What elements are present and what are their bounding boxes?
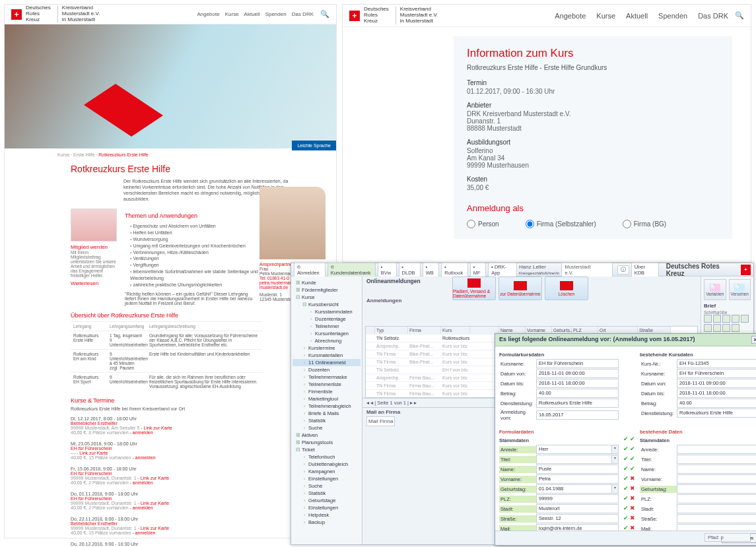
site-header: + Deutsches Rotes Kreuz Kreisverband Mus… [5,5,336,24]
tree-node[interactable]: ▫ Kurstermine [292,344,361,352]
tree-node[interactable]: ▫ Firmenliste [292,388,361,395]
course-info-page: + Deutsches Rotes Kreuz Kreisverband Mus… [342,4,751,263]
nav-item[interactable]: Kurse [596,12,615,20]
existing-course-heading: bestehende Kursdaten [640,352,756,358]
nav-item[interactable]: Das DRK [292,11,314,17]
tree-node[interactable]: ▫ Teilnehmerliste [292,381,361,388]
hero-image [5,24,336,148]
help-icon[interactable]: ⓘ [617,265,629,274]
member-text: Mit Ihrem Mitgliedsbeitrag unterstützen … [71,250,117,278]
tree-node[interactable]: ▫ Kampagnen [292,468,361,475]
nav-item[interactable]: Spenden [265,11,287,17]
registration-option[interactable]: Person [467,220,499,228]
toolbar-button[interactable]: ▪ WB [423,263,440,277]
nav-item[interactable]: Angebote [555,12,586,20]
nav-item[interactable]: Spenden [658,12,687,20]
nav-item[interactable]: Aktuell [626,12,648,20]
main-panel: Onlineanmeldungen Plaßiert, Versand & Da… [362,276,701,544]
overview-table: LehrgangLehrgangsumfangLehrgangsbeschrei… [71,321,283,391]
tree-node[interactable]: ▫ Teilnehmer [292,323,361,330]
tree-node[interactable]: ▫ Briefe & Mails [292,410,361,417]
stammdaten-heading: Stammdaten [499,437,619,443]
tree-node[interactable]: ▫ Abrechnung [292,337,361,344]
website-course-page: + Deutsches Rotes Kreuz Kreisverband Mus… [4,4,337,538]
tree-node[interactable]: ▫ Teilnehmerabgleich [292,402,361,410]
tree-node[interactable]: ▫ Einstellungen [292,504,361,511]
variables-button[interactable]: 📄Variablen [704,279,726,300]
mail-firma-button[interactable]: Mail Firma [366,416,395,426]
current-user: Hanz LeiterKreisgeschäftsführer/in [519,264,559,276]
toolbar-button[interactable]: ▪ BVw [378,263,397,277]
tree-node[interactable]: ▫ Dozententage [292,315,361,323]
tree-node[interactable]: ▫ Dozenten [292,366,361,373]
toolbar-button[interactable]: ⎋ Kundendatenbank [327,263,376,277]
search-icon[interactable]: 🔍 [735,11,744,20]
toolbar-button[interactable]: ▪ DLDB [399,263,421,277]
brand-sub: Kreisverband Musterstadt e.V. in Musters… [57,5,100,22]
tree-node[interactable]: ⊞ Fördermitglieder [292,286,361,294]
registration-option[interactable]: Firma (Selbstzahler) [526,220,596,228]
schedule-list: Di, 12.12.2017, 8:00 - 18:00 UhrBetriebl… [71,416,283,547]
kdb-application: ⎋ Abmelden⎋ Kundendatenbank▪ BVw▪ DLDB▪ … [291,263,754,545]
tree-node[interactable]: ▫ Statistik [292,417,361,424]
tree-node[interactable]: ▫ Dublettenabgleich [292,461,361,468]
versehen-button[interactable]: 📄Versehen [729,279,751,300]
toolbar-button[interactable]: ⎋ Abmelden [294,263,326,277]
registration-option[interactable]: Firma (BG) [623,220,666,228]
tree-node[interactable]: ▫ 11 Onlineanmeld [292,359,361,366]
schedule-heading: Kurse & Termine [71,397,283,404]
tree-node[interactable]: ▫ Kursstammdaten [292,308,361,315]
nav-item[interactable]: Das DRK [698,12,728,20]
toolbar-button[interactable]: ▪ Rotbook [441,263,467,277]
toolbar-button[interactable]: ▪ MF [470,263,486,277]
tree-node[interactable]: ⊟ Ticket [292,446,361,453]
app-brand: Deutsches Rotes Kreuz [666,263,736,277]
tree-node[interactable]: ⊞ Kunde [292,279,361,286]
read-more-link[interactable]: Weiterlesen [71,280,117,286]
breadcrumb: Kurse · Erste Hilfe · Rotkreuzkurs Erste… [5,148,336,161]
tree-node[interactable]: ▫ Geburtstage [292,497,361,504]
nav-item[interactable]: Kurse [225,11,239,17]
tree-node[interactable]: ▫ Kursunterlagen [292,330,361,337]
site-header-b: + Deutsches Rotes Kreuz Kreisverband Mus… [343,5,751,27]
tree-node[interactable]: ⊞ Aktiven [292,432,361,439]
registration-heading: Anmeldung als [467,203,719,213]
tree-node[interactable]: ▫ Suche [292,424,361,432]
action-button[interactable]: zur Datenübernahme [498,276,542,300]
tree-node[interactable]: ▫ Marketingtool [292,395,361,402]
brand-text-b: Deutsches Rotes Kreuz [364,7,389,24]
member-link-heading: Mitglied werden [71,244,117,250]
tree-node[interactable]: ▫ Suche [292,482,361,490]
org-select[interactable]: Musterstadt e.V. [561,263,612,277]
tree-node[interactable]: ⊟ Kurse [292,294,361,301]
format-icons[interactable] [704,315,751,332]
tree-node[interactable]: ▫ Kursmaterialien [292,352,361,359]
drk-logo-icon: + [349,11,360,21]
nav-item[interactable]: Angebote [197,11,219,17]
action-buttons: Plaßiert, Versand & Datenübernahmezur Da… [452,276,588,300]
tree-node[interactable]: ⊟ Kursübersicht [292,301,361,308]
search-icon[interactable]: 🔍 [320,10,329,18]
easy-language-badge[interactable]: Leichte Sprache [292,141,336,150]
brief-heading: Brief [704,303,751,309]
nav-item[interactable]: Aktuell [244,11,260,17]
validation-column: ✔ ✔✔ ✔✔ ✔✔ ✔✔ ✖✔ ✖✔ ✖✔ ✖✔ ✖✔ ✖✔ ✔✔ ✖ [621,426,637,534]
course-info-box: Information zum Kurs Rotkreuzkurs Erste … [454,36,732,239]
close-icon[interactable]: × [751,336,756,344]
drk-logo-icon: + [11,9,22,20]
action-button[interactable]: Plaßiert, Versand & Datenübernahme [452,276,496,300]
tree-node[interactable]: ⊞ Planungstools [292,439,361,446]
tree-node[interactable]: ▫ Telefonbuch [292,453,361,461]
tree-node[interactable]: ▫ Backup [292,519,361,526]
action-button[interactable]: Löschen [545,276,588,300]
tree-node[interactable]: ▫ Teilnehmermaske [292,373,361,381]
tree-node[interactable]: ▫ Helpdesk [292,511,361,519]
existing-data-heading: bestehende Daten [640,429,756,435]
tree-node[interactable]: ▫ Einstellungen [292,475,361,482]
about-kdb-button[interactable]: Über KDB [631,263,659,277]
brand-sub-b: Kreisverband Musterstadt e.V. in Musters… [395,7,438,24]
dialog-title: Es liegt folgende Onlineanmeldung vor: (… [495,334,756,346]
registration-radios: Person Firma (Selbstzahler) Firma (BG) [467,220,719,228]
toolbar-button[interactable]: ▪ DRK-App [488,263,517,277]
tree-node[interactable]: ▫ Statistik [292,490,361,497]
